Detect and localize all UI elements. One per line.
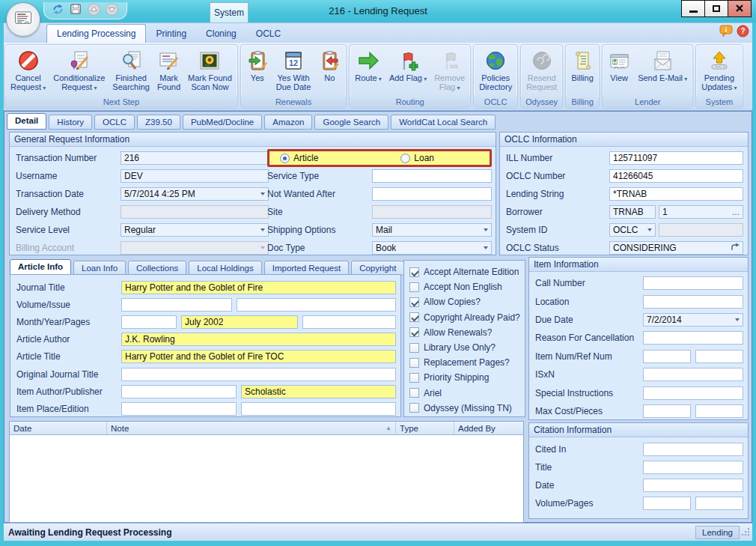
not-wanted-after-field[interactable] [372, 187, 492, 201]
request-type-loan-option[interactable]: Loan [400, 153, 434, 163]
view-tab-google-search[interactable]: Google Search [314, 115, 388, 130]
flag-row[interactable]: Priority Shipping [409, 370, 522, 385]
detail-tab-imported-request[interactable]: Imported Request [264, 261, 349, 276]
special-instructions-field[interactable] [643, 386, 743, 400]
help-icon[interactable]: ? [737, 25, 749, 40]
max-cost-field[interactable] [643, 404, 691, 418]
flag-row[interactable]: Ariel [409, 386, 522, 401]
allow-renewals-checkbox[interactable] [409, 327, 419, 337]
undo-button[interactable] [86, 4, 101, 18]
maximize-button[interactable] [704, 0, 728, 17]
isxn-field[interactable] [643, 368, 743, 381]
tab-lending-processing[interactable]: Lending Processing [46, 24, 146, 43]
service-type-field[interactable] [372, 169, 492, 183]
view-tab-worldcat-local-search[interactable]: WorldCat Local Search [391, 115, 496, 130]
article-title-field[interactable]: Harry Potter and the Goblet of Fire TOC [121, 350, 396, 363]
view-tab-oclc[interactable]: OCLC [94, 115, 135, 130]
close-button[interactable] [728, 0, 752, 17]
billing-account-field[interactable] [121, 241, 269, 255]
flag-row[interactable]: Odyssey (Missing TN) [409, 401, 522, 416]
item-edition-field[interactable] [241, 402, 396, 416]
transaction-date-field[interactable]: 5/7/2014 4:25 PM [121, 187, 269, 201]
info-bubble-icon[interactable]: i [719, 25, 734, 40]
site-field[interactable] [372, 205, 492, 219]
column-header-type[interactable]: Type [396, 422, 454, 434]
replacement-pages-checkbox[interactable] [409, 358, 419, 368]
volume-field[interactable] [121, 298, 232, 312]
citation-volume-field[interactable] [643, 497, 691, 510]
item-num-field[interactable] [643, 350, 691, 363]
flag-row[interactable]: Library Use Only? [409, 340, 522, 355]
article-radio[interactable] [280, 154, 290, 163]
column-header-added-by[interactable]: Added By [454, 422, 523, 434]
minimize-button[interactable] [681, 0, 705, 17]
mark-found-button[interactable]: Mark Found [153, 47, 184, 92]
add-flag-button[interactable]: Add Flag [385, 47, 430, 85]
system-id-extra-field[interactable] [659, 223, 743, 237]
odyssey-missing-tn-checkbox[interactable] [409, 403, 419, 413]
username-field[interactable]: DEV [121, 169, 269, 183]
tab-cloning[interactable]: Cloning [196, 25, 246, 43]
cited-in-field[interactable] [643, 443, 743, 456]
delivery-method-field[interactable] [121, 205, 269, 219]
ref-num-field[interactable] [695, 350, 743, 363]
refresh-status-icon[interactable] [731, 243, 740, 253]
flag-row[interactable]: Copyright Already Paid? [409, 310, 522, 325]
send-email-button[interactable]: Send E-Mail [634, 47, 691, 85]
view-lender-button[interactable]: View [604, 47, 634, 83]
flag-row[interactable]: Accept Alternate Edition [409, 264, 522, 279]
refresh-button[interactable] [50, 4, 65, 18]
system-contextual-tab[interactable]: System [210, 2, 249, 22]
detail-tab-collections[interactable]: Collections [128, 261, 186, 276]
accept-non-english-checkbox[interactable] [409, 282, 419, 292]
tab-oclc[interactable]: OCLC [246, 25, 290, 43]
borrower-symbol-field[interactable]: TRNAB [609, 205, 656, 219]
flag-row[interactable]: Allow Renewals? [409, 325, 522, 340]
renew-yes-with-due-date-button[interactable]: 12 Yes With Due Date [272, 47, 314, 92]
renew-yes-button[interactable]: Yes [243, 47, 272, 83]
save-button[interactable] [68, 4, 83, 18]
view-tab-amazon[interactable]: Amazon [264, 115, 312, 130]
view-tab-pubmed-docline[interactable]: PubMed/Docline [183, 115, 262, 130]
policies-directory-button[interactable]: Policies Directory [475, 47, 516, 92]
citation-date-field[interactable] [643, 479, 743, 492]
item-author-field[interactable] [121, 385, 237, 398]
view-tab-detail[interactable]: Detail [7, 113, 46, 130]
resend-request-button[interactable]: Resend Request [522, 47, 561, 92]
borrower-seq-field[interactable]: 1... [659, 205, 743, 219]
lending-string-field[interactable]: *TRNAB [609, 187, 743, 201]
ellipsis-button[interactable]: ... [732, 207, 740, 217]
loan-radio[interactable] [400, 154, 410, 163]
library-use-only-checkbox[interactable] [409, 343, 419, 353]
article-author-field[interactable]: J.K. Rowling [121, 333, 396, 346]
issue-field[interactable] [237, 298, 396, 312]
ariel-checkbox[interactable] [409, 388, 419, 398]
citation-pages-field[interactable] [695, 497, 743, 510]
detail-tab-article-info[interactable]: Article Info [10, 259, 71, 276]
cancel-request-button[interactable]: Cancel Request [7, 47, 49, 94]
location-field[interactable] [643, 295, 743, 309]
transaction-number-field[interactable]: 216 [121, 151, 269, 165]
flag-row[interactable]: Accept Non English [409, 279, 522, 294]
flag-row[interactable]: Replacement Pages? [409, 355, 522, 370]
item-publisher-field[interactable]: Scholastic [241, 385, 396, 398]
copyright-already-paid-checkbox[interactable] [409, 312, 419, 322]
renew-no-button[interactable]: No [314, 47, 344, 83]
citation-title-field[interactable] [643, 461, 743, 474]
detail-tab-loan-info[interactable]: Loan Info [73, 261, 126, 276]
pieces-field[interactable] [695, 404, 743, 418]
journal-title-field[interactable]: Harry Potter and the Goblet of Fire [121, 281, 396, 294]
application-menu-button[interactable] [6, 2, 40, 37]
view-tab-history[interactable]: History [49, 115, 92, 130]
shipping-options-field[interactable]: Mail [372, 223, 492, 237]
due-date-field[interactable]: 7/2/2014 [643, 313, 743, 327]
column-header-note[interactable]: Note▲ [107, 422, 396, 434]
remove-flag-button[interactable]: Remove Flag [430, 47, 469, 94]
detail-tab-copyright[interactable]: Copyright [351, 261, 404, 276]
system-id-select[interactable]: OCLC [609, 223, 656, 237]
redo-button[interactable] [104, 4, 119, 18]
mark-found-scan-now-button[interactable]: Mark Found Scan Now [184, 47, 236, 92]
allow-copies-checkbox[interactable] [409, 297, 419, 307]
view-tab-z3950[interactable]: Z39.50 [137, 115, 180, 130]
oclc-number-field[interactable]: 41266045 [609, 169, 743, 183]
